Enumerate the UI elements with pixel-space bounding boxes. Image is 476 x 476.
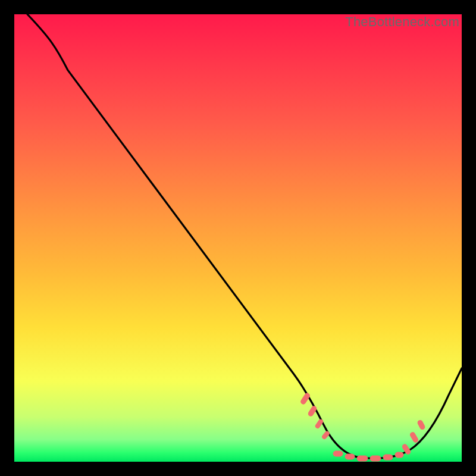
svg-rect-8 bbox=[383, 455, 393, 460]
svg-rect-9 bbox=[395, 452, 403, 458]
svg-rect-6 bbox=[357, 456, 368, 461]
svg-rect-7 bbox=[370, 456, 381, 461]
curve-line bbox=[27, 14, 462, 458]
watermark-text: TheBottleneck.com bbox=[345, 14, 459, 30]
marker-cluster bbox=[300, 392, 425, 461]
svg-rect-3 bbox=[321, 431, 330, 440]
svg-rect-11 bbox=[409, 431, 419, 443]
svg-rect-5 bbox=[345, 454, 355, 459]
chart-frame: TheBottleneck.com bbox=[14, 14, 462, 462]
chart-plot bbox=[14, 14, 462, 462]
svg-rect-4 bbox=[333, 451, 343, 456]
svg-rect-12 bbox=[417, 419, 426, 430]
